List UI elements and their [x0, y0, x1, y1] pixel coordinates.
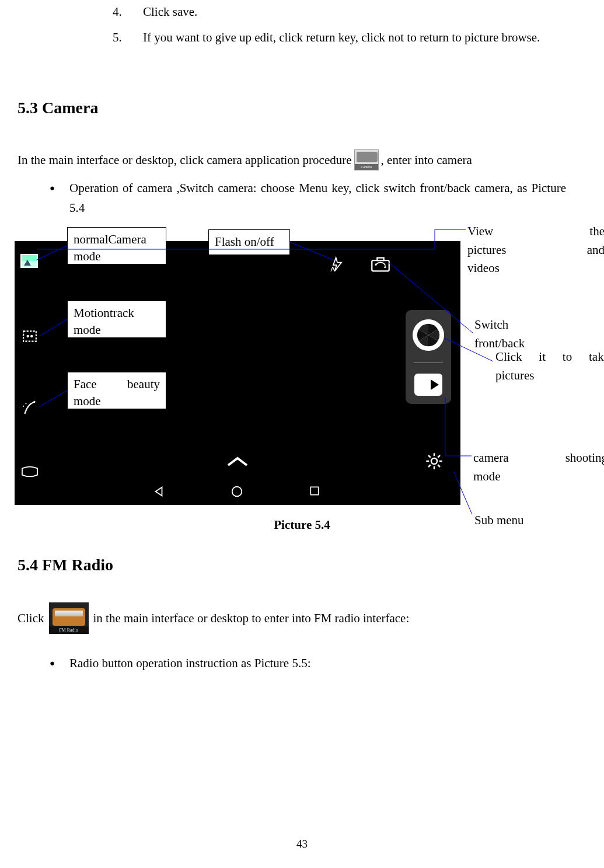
callout-view-pictures: View the pictures and videos: [467, 222, 604, 278]
svg-point-18: [232, 487, 242, 497]
callout-switch-l1: Switch: [474, 316, 604, 334]
label-motion-l2: mode: [74, 322, 160, 338]
page-number: 43: [0, 838, 604, 850]
svg-point-2: [30, 335, 33, 337]
fm-intro-pre: Click: [18, 611, 44, 626]
step-4-text: Click save.: [143, 2, 549, 22]
callout-camera-l1b: shooting: [565, 449, 604, 468]
callout-camera-l2: mode: [473, 468, 604, 486]
step-4: 4. Click save.: [113, 2, 549, 22]
label-motiontrack-mode: Motiontrack mode: [67, 301, 166, 338]
motiontrack-icon[interactable]: [19, 327, 40, 345]
fm-bullet-text: Radio button operation instruction as Pi…: [69, 654, 566, 674]
label-face-l1b: beauty: [127, 376, 160, 392]
callout-view-l2a: pictures: [467, 241, 506, 260]
label-normal-l1: normalCamera: [74, 231, 160, 247]
camera-bullet-text: Operation of camera ,Switch camera: choo…: [69, 179, 566, 218]
step-5: 5. If you want to give up edit, click re…: [113, 28, 549, 48]
step-5-number: 5.: [113, 28, 143, 48]
svg-rect-7: [377, 258, 383, 261]
svg-line-16: [428, 465, 431, 468]
callout-click-l1: Click it to take: [495, 348, 604, 367]
label-face-l1a: Face: [74, 376, 97, 392]
step-4-number: 4.: [113, 2, 143, 22]
gallery-icon[interactable]: [20, 254, 38, 268]
svg-point-1: [27, 335, 29, 337]
switch-camera-icon[interactable]: [371, 256, 390, 273]
svg-point-4: [23, 406, 24, 407]
svg-rect-19: [310, 487, 318, 495]
callout-view-l1b: the: [589, 222, 604, 241]
section-5-4-heading: 5.4 FM Radio: [18, 556, 595, 574]
callout-camera-shooting-mode: camera shooting mode: [473, 449, 604, 486]
svg-line-14: [428, 455, 431, 458]
step-5-text: If you want to give up edit, click retur…: [143, 28, 549, 48]
fm-bullet-row: ● Radio button operation instruction as …: [50, 654, 566, 674]
android-nav-bar: [15, 485, 460, 499]
label-flash-text: Flash on/off: [215, 233, 284, 250]
settings-gear-icon[interactable]: [424, 451, 444, 471]
camera-intro-paragraph: In the main interface or desktop, click …: [18, 149, 578, 170]
callout-view-l1a: View: [467, 222, 493, 241]
fm-radio-app-icon: FM Radio: [49, 602, 89, 634]
nav-recent-icon[interactable]: [309, 485, 323, 499]
face-beauty-icon[interactable]: [19, 399, 40, 416]
camera-intro-post: , enter into camera: [381, 153, 472, 168]
label-face-l2: mode: [74, 393, 160, 409]
svg-point-3: [25, 403, 26, 405]
chevron-up-icon[interactable]: [226, 456, 249, 471]
label-motion-l1: Motiontrack: [74, 305, 160, 321]
callout-view-l2b: and: [587, 241, 604, 260]
callout-camera-l1a: camera: [473, 449, 509, 468]
svg-text:A: A: [330, 265, 335, 273]
svg-line-15: [438, 465, 440, 468]
camera-bullet-row: ● Operation of camera ,Switch camera: ch…: [50, 179, 566, 218]
callout-sub-menu: Sub menu: [474, 511, 603, 530]
label-flash-onoff: Flash on/off: [208, 229, 290, 255]
ordered-steps: 4. Click save. 5. If you want to give up…: [113, 0, 549, 47]
shutter-divider: [414, 362, 443, 363]
label-normal-camera-mode: normalCamera mode: [67, 227, 166, 264]
svg-rect-0: [23, 332, 36, 341]
callout-click-take-pictures: Click it to take pictures: [495, 348, 604, 385]
svg-point-9: [431, 458, 437, 464]
video-mode-button[interactable]: [414, 374, 442, 396]
callout-click-l2: pictures: [495, 367, 604, 385]
fm-radio-icon-label: FM Radio: [49, 626, 89, 634]
section-5-3-heading: 5.3 Camera: [18, 99, 595, 117]
bullet-dot-icon: ●: [50, 179, 69, 218]
fm-intro-post: in the main interface or desktop to ente…: [93, 611, 410, 626]
shutter-panel: [406, 310, 451, 404]
camera-app-icon-label: Camera: [355, 164, 378, 170]
nav-back-icon[interactable]: [152, 485, 166, 499]
label-face-beauty-mode: Face beauty mode: [67, 372, 166, 409]
flash-toggle-icon[interactable]: A: [327, 256, 347, 273]
callout-switch-frontback: Switch front/back: [474, 316, 604, 353]
camera-app-icon: Camera: [354, 149, 379, 170]
panorama-icon[interactable]: [19, 463, 40, 480]
nav-home-icon[interactable]: [231, 485, 245, 499]
camera-intro-pre: In the main interface or desktop, click …: [18, 153, 352, 168]
svg-line-17: [438, 455, 440, 458]
figure-5-4: View the pictures and videos Switch fron…: [9, 222, 595, 514]
shutter-button[interactable]: [411, 318, 445, 352]
bullet-dot-icon: ●: [50, 654, 69, 674]
callout-view-l3: videos: [467, 259, 604, 278]
label-normal-l2: mode: [74, 248, 160, 264]
fm-intro-paragraph: Click FM Radio in the main interface or …: [18, 602, 595, 634]
